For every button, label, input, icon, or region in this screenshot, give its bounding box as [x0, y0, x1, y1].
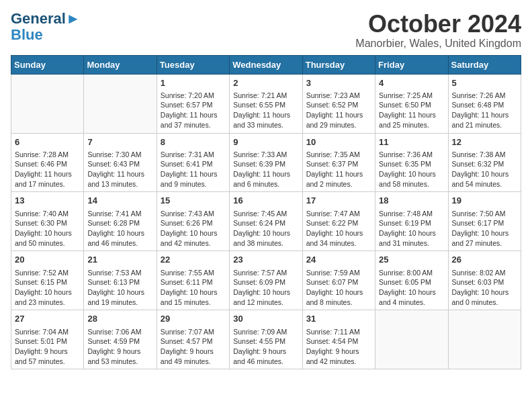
- day-info: Sunrise: 7:30 AM Sunset: 6:43 PM Dayligh…: [87, 150, 152, 189]
- calendar-cell: 13Sunrise: 7:40 AM Sunset: 6:30 PM Dayli…: [11, 192, 84, 251]
- day-info: Sunrise: 7:45 AM Sunset: 6:24 PM Dayligh…: [233, 209, 298, 248]
- day-info: Sunrise: 7:38 AM Sunset: 6:32 PM Dayligh…: [452, 150, 517, 189]
- day-header-thursday: Thursday: [302, 55, 375, 74]
- day-number: 10: [306, 136, 371, 148]
- day-number: 26: [452, 254, 517, 266]
- day-number: 23: [233, 254, 298, 266]
- day-number: 18: [379, 195, 444, 207]
- day-info: Sunrise: 7:50 AM Sunset: 6:17 PM Dayligh…: [452, 209, 517, 248]
- day-number: 6: [15, 136, 80, 148]
- day-number: 25: [379, 254, 444, 266]
- day-number: 19: [452, 195, 517, 207]
- calendar-cell: 17Sunrise: 7:47 AM Sunset: 6:22 PM Dayli…: [302, 192, 375, 251]
- calendar-cell: 4Sunrise: 7:25 AM Sunset: 6:50 PM Daylig…: [375, 74, 448, 133]
- logo-text: General►: [11, 11, 81, 27]
- calendar-cell: 15Sunrise: 7:43 AM Sunset: 6:26 PM Dayli…: [157, 192, 229, 251]
- day-info: Sunrise: 7:04 AM Sunset: 5:01 PM Dayligh…: [15, 327, 80, 367]
- calendar-cell: 3Sunrise: 7:23 AM Sunset: 6:52 PM Daylig…: [302, 74, 375, 133]
- week-row-2: 6Sunrise: 7:28 AM Sunset: 6:46 PM Daylig…: [11, 133, 521, 192]
- week-row-3: 13Sunrise: 7:40 AM Sunset: 6:30 PM Dayli…: [11, 192, 521, 251]
- day-info: Sunrise: 7:25 AM Sunset: 6:50 PM Dayligh…: [379, 91, 444, 130]
- calendar-cell: 26Sunrise: 8:02 AM Sunset: 6:03 PM Dayli…: [448, 251, 521, 310]
- day-number: 7: [87, 136, 152, 148]
- day-number: 5: [452, 77, 517, 89]
- day-info: Sunrise: 7:57 AM Sunset: 6:09 PM Dayligh…: [233, 268, 298, 308]
- calendar-cell: 7Sunrise: 7:30 AM Sunset: 6:43 PM Daylig…: [84, 133, 157, 192]
- calendar-cell: 16Sunrise: 7:45 AM Sunset: 6:24 PM Dayli…: [230, 192, 302, 251]
- calendar-cell: 24Sunrise: 7:59 AM Sunset: 6:07 PM Dayli…: [302, 251, 375, 310]
- day-info: Sunrise: 7:26 AM Sunset: 6:48 PM Dayligh…: [452, 91, 517, 130]
- day-info: Sunrise: 7:31 AM Sunset: 6:41 PM Dayligh…: [161, 150, 226, 189]
- calendar-cell: 19Sunrise: 7:50 AM Sunset: 6:17 PM Dayli…: [448, 192, 521, 251]
- logo-subtext: Blue: [11, 26, 43, 43]
- day-number: 12: [452, 136, 517, 148]
- day-info: Sunrise: 7:52 AM Sunset: 6:15 PM Dayligh…: [15, 268, 80, 308]
- calendar-cell: 22Sunrise: 7:55 AM Sunset: 6:11 PM Dayli…: [157, 251, 229, 310]
- day-info: Sunrise: 8:02 AM Sunset: 6:03 PM Dayligh…: [452, 268, 517, 308]
- day-info: Sunrise: 7:28 AM Sunset: 6:46 PM Dayligh…: [15, 150, 80, 189]
- day-info: Sunrise: 7:11 AM Sunset: 4:54 PM Dayligh…: [306, 327, 371, 367]
- calendar-cell: 28Sunrise: 7:06 AM Sunset: 4:59 PM Dayli…: [84, 310, 157, 369]
- day-header-friday: Friday: [375, 55, 448, 74]
- day-number: 24: [306, 254, 371, 266]
- day-number: 15: [161, 195, 226, 207]
- day-number: 14: [87, 195, 152, 207]
- day-number: 2: [233, 77, 298, 89]
- day-number: 1: [161, 77, 226, 89]
- day-info: Sunrise: 7:41 AM Sunset: 6:28 PM Dayligh…: [87, 209, 152, 248]
- day-number: 27: [15, 313, 80, 325]
- day-info: Sunrise: 7:43 AM Sunset: 6:26 PM Dayligh…: [161, 209, 226, 248]
- day-info: Sunrise: 7:48 AM Sunset: 6:19 PM Dayligh…: [379, 209, 444, 248]
- day-info: Sunrise: 7:20 AM Sunset: 6:57 PM Dayligh…: [161, 91, 226, 130]
- day-number: 17: [306, 195, 371, 207]
- day-info: Sunrise: 7:35 AM Sunset: 6:37 PM Dayligh…: [306, 150, 371, 189]
- day-info: Sunrise: 7:33 AM Sunset: 6:39 PM Dayligh…: [233, 150, 298, 189]
- location: Manorbier, Wales, United Kingdom: [355, 38, 521, 50]
- calendar-cell: 10Sunrise: 7:35 AM Sunset: 6:37 PM Dayli…: [302, 133, 375, 192]
- header-row: SundayMondayTuesdayWednesdayThursdayFrid…: [11, 55, 521, 74]
- page-header: General► Blue October 2024 Manorbier, Wa…: [11, 11, 521, 50]
- day-header-sunday: Sunday: [11, 55, 84, 74]
- day-header-wednesday: Wednesday: [230, 55, 302, 74]
- calendar-cell: 21Sunrise: 7:53 AM Sunset: 6:13 PM Dayli…: [84, 251, 157, 310]
- title-block: October 2024 Manorbier, Wales, United Ki…: [355, 11, 521, 50]
- day-info: Sunrise: 7:23 AM Sunset: 6:52 PM Dayligh…: [306, 91, 371, 130]
- calendar-cell: 29Sunrise: 7:07 AM Sunset: 4:57 PM Dayli…: [157, 310, 229, 369]
- calendar-cell: 23Sunrise: 7:57 AM Sunset: 6:09 PM Dayli…: [230, 251, 302, 310]
- day-info: Sunrise: 7:59 AM Sunset: 6:07 PM Dayligh…: [306, 268, 371, 308]
- calendar-cell: [11, 74, 84, 133]
- day-number: 13: [15, 195, 80, 207]
- week-row-5: 27Sunrise: 7:04 AM Sunset: 5:01 PM Dayli…: [11, 310, 521, 369]
- calendar-cell: [375, 310, 448, 369]
- day-number: 28: [87, 313, 152, 325]
- day-info: Sunrise: 7:07 AM Sunset: 4:57 PM Dayligh…: [161, 327, 226, 367]
- calendar-cell: [448, 310, 521, 369]
- week-row-4: 20Sunrise: 7:52 AM Sunset: 6:15 PM Dayli…: [11, 251, 521, 310]
- calendar-cell: 30Sunrise: 7:09 AM Sunset: 4:55 PM Dayli…: [230, 310, 302, 369]
- calendar-cell: 31Sunrise: 7:11 AM Sunset: 4:54 PM Dayli…: [302, 310, 375, 369]
- day-info: Sunrise: 7:55 AM Sunset: 6:11 PM Dayligh…: [161, 268, 226, 308]
- day-info: Sunrise: 7:21 AM Sunset: 6:55 PM Dayligh…: [233, 91, 298, 130]
- day-header-tuesday: Tuesday: [157, 55, 229, 74]
- day-number: 4: [379, 77, 444, 89]
- day-number: 29: [161, 313, 226, 325]
- day-header-saturday: Saturday: [448, 55, 521, 74]
- day-info: Sunrise: 7:40 AM Sunset: 6:30 PM Dayligh…: [15, 209, 80, 248]
- day-number: 8: [161, 136, 226, 148]
- calendar-cell: 8Sunrise: 7:31 AM Sunset: 6:41 PM Daylig…: [157, 133, 229, 192]
- calendar-cell: 20Sunrise: 7:52 AM Sunset: 6:15 PM Dayli…: [11, 251, 84, 310]
- day-number: 20: [15, 254, 80, 266]
- day-number: 21: [87, 254, 152, 266]
- calendar-cell: 18Sunrise: 7:48 AM Sunset: 6:19 PM Dayli…: [375, 192, 448, 251]
- day-number: 3: [306, 77, 371, 89]
- calendar-cell: 5Sunrise: 7:26 AM Sunset: 6:48 PM Daylig…: [448, 74, 521, 133]
- week-row-1: 1Sunrise: 7:20 AM Sunset: 6:57 PM Daylig…: [11, 74, 521, 133]
- day-number: 30: [233, 313, 298, 325]
- calendar-cell: 9Sunrise: 7:33 AM Sunset: 6:39 PM Daylig…: [230, 133, 302, 192]
- calendar-cell: 6Sunrise: 7:28 AM Sunset: 6:46 PM Daylig…: [11, 133, 84, 192]
- day-info: Sunrise: 8:00 AM Sunset: 6:05 PM Dayligh…: [379, 268, 444, 308]
- day-number: 31: [306, 313, 371, 325]
- calendar-cell: 11Sunrise: 7:36 AM Sunset: 6:35 PM Dayli…: [375, 133, 448, 192]
- day-number: 22: [161, 254, 226, 266]
- day-info: Sunrise: 7:47 AM Sunset: 6:22 PM Dayligh…: [306, 209, 371, 248]
